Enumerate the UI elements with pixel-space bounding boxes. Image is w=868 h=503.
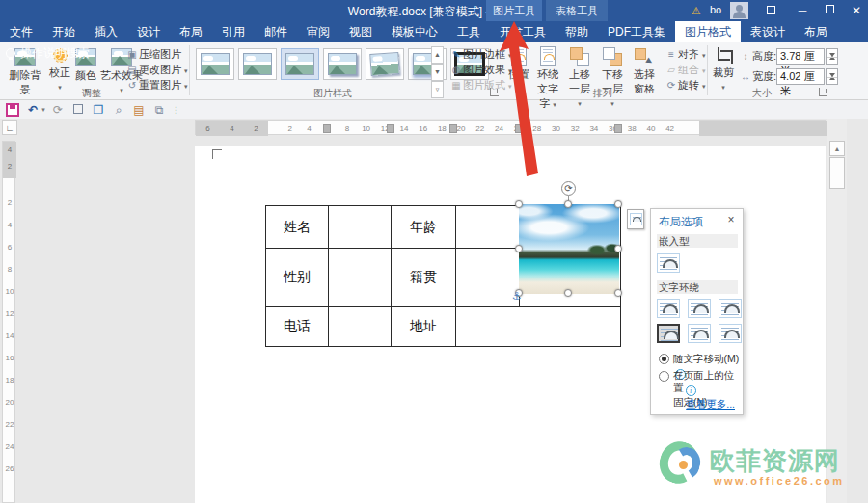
- picture-style-1[interactable]: [196, 48, 234, 80]
- table-cell[interactable]: 性别: [266, 249, 329, 307]
- wrap-option-through[interactable]: [719, 299, 742, 318]
- wrap-option-topbottom-selected[interactable]: [657, 324, 680, 343]
- table-cell[interactable]: [329, 249, 392, 307]
- resize-handle-n[interactable]: [564, 200, 572, 208]
- gallery-scroll-down[interactable]: ▼: [431, 64, 444, 81]
- wrap-option-inline[interactable]: [657, 253, 680, 273]
- table-cell[interactable]: 姓名: [266, 206, 329, 249]
- print-button[interactable]: ❐: [92, 103, 105, 117]
- table-cell[interactable]: [456, 249, 520, 307]
- wrap-option-behind-text[interactable]: [688, 324, 711, 343]
- resize-handle-nw[interactable]: [515, 200, 523, 208]
- open-recent-button[interactable]: ▤: [132, 103, 146, 117]
- inserted-picture[interactable]: [519, 204, 619, 294]
- scrollbar-thumb[interactable]: [829, 157, 845, 189]
- resize-handle-se[interactable]: [614, 289, 622, 297]
- layout-options-button[interactable]: [627, 209, 644, 229]
- scroll-up-arrow[interactable]: ▲: [829, 141, 845, 156]
- panel-close-button[interactable]: ×: [724, 213, 738, 226]
- table-cell[interactable]: [329, 307, 392, 347]
- minimize-button[interactable]: ─: [793, 3, 812, 18]
- ruler-tick: 42: [661, 121, 680, 136]
- tab-tools[interactable]: 工具: [448, 21, 490, 42]
- share-button[interactable]: ⧉: [152, 103, 166, 117]
- change-picture-button[interactable]: ▤更改图片 ▾: [125, 62, 188, 77]
- tab-mailings[interactable]: 邮件: [255, 21, 297, 42]
- tab-home[interactable]: 开始: [42, 21, 85, 42]
- tab-layout[interactable]: 布局: [170, 21, 212, 42]
- table-cell[interactable]: [456, 307, 621, 347]
- align-button[interactable]: ≡对齐 ▾: [665, 46, 706, 62]
- picture-style-3-selected[interactable]: [281, 48, 319, 80]
- tell-me-search[interactable]: 操作说明搜索: [0, 42, 90, 64]
- radio-fix-position[interactable]: [659, 371, 669, 382]
- table-cell[interactable]: [456, 206, 520, 249]
- tab-table-layout[interactable]: 布局: [795, 21, 837, 42]
- resize-handle-w[interactable]: [515, 245, 523, 252]
- compress-pictures-button[interactable]: ▣压缩图片: [125, 46, 181, 62]
- resize-handle-s[interactable]: [564, 289, 572, 297]
- table-cell[interactable]: [329, 206, 392, 249]
- tab-design[interactable]: 设计: [127, 21, 170, 42]
- wrap-option-in-front[interactable]: [719, 324, 742, 343]
- info-icon[interactable]: i: [686, 385, 696, 396]
- table-cell[interactable]: 电话: [266, 307, 329, 347]
- table-cell[interactable]: 年龄: [392, 206, 456, 249]
- save-button[interactable]: [6, 103, 19, 117]
- size-dialog-launcher[interactable]: [819, 88, 827, 96]
- panel-title: 布局选项: [659, 215, 703, 229]
- tab-picture-format[interactable]: 图片格式: [675, 21, 741, 42]
- tab-file[interactable]: 文件: [0, 21, 42, 42]
- undo-button[interactable]: ↶: [26, 103, 40, 117]
- height-input[interactable]: 3.78 厘米: [776, 48, 825, 65]
- tab-template-center[interactable]: 模板中心: [382, 21, 448, 42]
- window-view-button[interactable]: [71, 103, 85, 117]
- picture-style-4[interactable]: [323, 48, 362, 80]
- resize-handle-e[interactable]: [614, 245, 622, 252]
- avatar[interactable]: [730, 2, 748, 19]
- close-button[interactable]: ✕: [847, 3, 866, 18]
- redo-button[interactable]: ⟳: [51, 103, 65, 117]
- tab-review[interactable]: 审阅: [297, 21, 339, 42]
- table-column-marker[interactable]: [387, 124, 394, 133]
- gallery-more-button[interactable]: ▿: [431, 81, 444, 98]
- rotate-button[interactable]: ⟳旋转 ▾: [665, 77, 706, 93]
- table-cell[interactable]: 籍贯: [392, 249, 456, 307]
- picture-style-5[interactable]: [366, 48, 404, 80]
- ribbon-display-options-icon[interactable]: [762, 3, 779, 18]
- ruler-tick: 30: [547, 121, 566, 136]
- table-column-marker[interactable]: [614, 124, 622, 133]
- account-name[interactable]: bo: [710, 4, 721, 15]
- rotate-handle[interactable]: ⟳: [561, 181, 576, 196]
- tab-help[interactable]: 帮助: [556, 21, 598, 42]
- crop-button[interactable]: 裁剪▾: [711, 46, 736, 92]
- tab-table-design[interactable]: 表设计: [741, 21, 795, 42]
- print-preview-button[interactable]: ⌕: [112, 103, 125, 117]
- tab-view[interactable]: 视图: [339, 21, 382, 42]
- qat-customize-button[interactable]: ⋮: [172, 103, 179, 117]
- height-spinner[interactable]: [826, 48, 838, 65]
- tab-stop-selector[interactable]: ∟: [2, 120, 17, 135]
- maximize-button[interactable]: [820, 3, 839, 18]
- table-cell[interactable]: 地址: [392, 307, 456, 347]
- horizontal-ruler[interactable]: 642 246810121416182022242628303234363840…: [17, 119, 847, 136]
- tab-insert[interactable]: 插入: [85, 21, 127, 42]
- wrap-option-square[interactable]: [657, 299, 680, 318]
- resize-handle-ne[interactable]: [614, 200, 622, 208]
- table-column-marker[interactable]: [323, 124, 331, 133]
- table-column-marker[interactable]: [449, 124, 457, 133]
- undo-dropdown[interactable]: ▾: [40, 103, 47, 117]
- margin-crop-mark: [212, 149, 222, 159]
- tab-pdf-tools[interactable]: PDF工具集: [598, 21, 675, 42]
- radio-move-with-text[interactable]: [659, 354, 669, 364]
- picture-style-2[interactable]: [238, 48, 277, 80]
- see-more-link[interactable]: 查看更多...: [686, 398, 735, 411]
- tab-references[interactable]: 引用: [212, 21, 255, 42]
- ruler-tick: 34: [584, 121, 604, 136]
- warning-icon[interactable]: ⚠: [689, 3, 704, 18]
- width-input[interactable]: 4.02 厘米: [776, 68, 825, 85]
- width-spinner[interactable]: [826, 68, 838, 85]
- vertical-ruler[interactable]: 42 2468101214161820222426: [2, 141, 15, 503]
- wrap-option-tight[interactable]: [688, 299, 711, 318]
- gallery-scroll-up[interactable]: ▲: [431, 46, 444, 64]
